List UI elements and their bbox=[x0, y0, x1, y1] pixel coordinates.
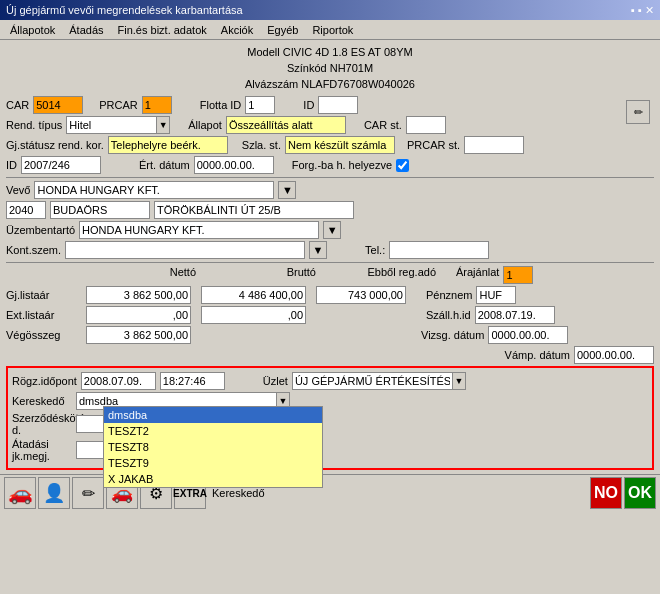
rogz-datum-input[interactable] bbox=[81, 372, 156, 390]
uzlet-combo[interactable]: ▼ bbox=[292, 372, 466, 390]
prcar-label: PRCAR bbox=[99, 99, 138, 111]
alvazszam-label: Alvázszám bbox=[245, 78, 298, 90]
szinkod-value: NH701M bbox=[330, 62, 373, 74]
reg-ado-input[interactable] bbox=[316, 286, 406, 304]
postal-code-input[interactable] bbox=[6, 201, 46, 219]
vamp-datum-label: Vámp. dátum bbox=[505, 349, 570, 361]
ert-datum-label: Ért. dátum bbox=[139, 159, 190, 171]
tel-label: Tel.: bbox=[365, 244, 385, 256]
vevo-label: Vevő bbox=[6, 184, 30, 196]
car-st-label: CAR st. bbox=[364, 119, 402, 131]
menu-allapotok[interactable]: Állapotok bbox=[4, 22, 61, 38]
szall-h-input[interactable] bbox=[475, 306, 555, 324]
menu-akciok[interactable]: Akciók bbox=[215, 22, 259, 38]
uzlet-input[interactable] bbox=[292, 372, 452, 390]
uzembentarto-dropdown-btn[interactable]: ▼ bbox=[323, 221, 341, 239]
kereskedő-footer-label: Kereskedő bbox=[208, 487, 588, 499]
car-st-input[interactable] bbox=[406, 116, 446, 134]
prcar-st-input[interactable] bbox=[464, 136, 524, 154]
allapot-input[interactable] bbox=[226, 116, 346, 134]
vegosszeg-netto-input[interactable] bbox=[86, 326, 191, 344]
city-input[interactable] bbox=[50, 201, 150, 219]
kont-szem-label: Kont.szem. bbox=[6, 244, 61, 256]
title-bar: Új gépjármű vevői megrendelések karbanta… bbox=[0, 0, 660, 20]
netto1-input[interactable] bbox=[86, 286, 191, 304]
szall-h-label: Száll.h.id bbox=[426, 309, 471, 321]
menu-riportok[interactable]: Riportok bbox=[306, 22, 359, 38]
uzlet-dropdown-btn[interactable]: ▼ bbox=[452, 372, 466, 390]
brutto2-input[interactable] bbox=[201, 306, 306, 324]
ok-button[interactable]: OK bbox=[624, 477, 656, 509]
gj-status-row: Gj.státusz rend. kor. Szla. st. PRCAR st… bbox=[6, 136, 654, 154]
bottom-section: Rögz.időpont Üzlet ▼ Kereskedő ▼ dmsdba … bbox=[6, 366, 654, 470]
arajanlat-input[interactable] bbox=[503, 266, 533, 284]
vevo-row: Vevő ▼ bbox=[6, 181, 654, 199]
gj-listaar-label: Gj.listaár bbox=[6, 289, 86, 301]
forg-checkbox[interactable] bbox=[396, 159, 409, 172]
rogz-label: Rögz.időpont bbox=[12, 375, 77, 387]
brutto1-input[interactable] bbox=[201, 286, 306, 304]
toolbar: 🚗 👤 ✏ 🚗 ⚙ EXTRA Kereskedő NO OK bbox=[0, 474, 660, 511]
rend-tipus-combo[interactable]: ▼ bbox=[66, 116, 170, 134]
netto2-input[interactable] bbox=[86, 306, 191, 324]
title-text: Új gépjármű vevői megrendelések karbanta… bbox=[6, 4, 243, 16]
kereskedő-label: Kereskedő bbox=[12, 395, 72, 407]
dropdown-item-1[interactable]: TESZT2 bbox=[104, 423, 322, 439]
dropdown-item-3[interactable]: TESZT9 bbox=[104, 455, 322, 471]
uzlet-label: Üzlet bbox=[263, 375, 288, 387]
car-icon-btn[interactable]: 🚗 bbox=[4, 477, 36, 509]
vevo-dropdown-btn[interactable]: ▼ bbox=[278, 181, 296, 199]
vevo-input[interactable] bbox=[34, 181, 274, 199]
kont-szem-input[interactable] bbox=[65, 241, 305, 259]
szla-st-input[interactable] bbox=[285, 136, 395, 154]
id-input[interactable] bbox=[318, 96, 358, 114]
rend-tipus-row: Rend. típus ▼ Állapot CAR st. bbox=[6, 116, 654, 134]
flotta-id-label: Flotta ID bbox=[200, 99, 242, 111]
dropdown-item-0[interactable]: dmsdba bbox=[104, 407, 322, 423]
vizsg-datum-label: Vizsg. dátum bbox=[421, 329, 484, 341]
person-icon-btn[interactable]: 👤 bbox=[38, 477, 70, 509]
car-input[interactable] bbox=[33, 96, 83, 114]
menu-atadas[interactable]: Átadás bbox=[63, 22, 109, 38]
id2-input[interactable] bbox=[21, 156, 101, 174]
menu-egyeb[interactable]: Egyéb bbox=[261, 22, 304, 38]
rogz-time-input[interactable] bbox=[160, 372, 225, 390]
brutto-col-header: Bruttó bbox=[206, 266, 316, 284]
netto-col-header: Nettó bbox=[86, 266, 196, 284]
edit-icon-btn[interactable]: ✏ bbox=[626, 100, 650, 124]
flotta-id-input[interactable] bbox=[245, 96, 275, 114]
address-input[interactable] bbox=[154, 201, 354, 219]
header-info: Modell CIVIC 4D 1.8 ES AT 08YM Színkód N… bbox=[6, 44, 654, 92]
menu-fin[interactable]: Fin.és bizt. adatok bbox=[112, 22, 213, 38]
kereskedő-dropdown-list[interactable]: dmsdba TESZT2 TESZT8 TESZT9 X JAKAB bbox=[103, 406, 323, 488]
rend-tipus-input[interactable] bbox=[66, 116, 156, 134]
szla-st-label: Szla. st. bbox=[242, 139, 281, 151]
modell-label: Modell bbox=[247, 46, 279, 58]
prcar-input[interactable] bbox=[142, 96, 172, 114]
modell-value: CIVIC 4D 1.8 ES AT 08YM bbox=[283, 46, 413, 58]
uzembentarto-row: Üzembentartó ▼ bbox=[6, 221, 654, 239]
dropdown-item-2[interactable]: TESZT8 bbox=[104, 439, 322, 455]
reg-ado-col-header: Ebből reg.adó bbox=[326, 266, 436, 284]
gj-status-label: Gj.státusz rend. kor. bbox=[6, 139, 104, 151]
dropdown-item-4[interactable]: X JAKAB bbox=[104, 471, 322, 487]
tel-input[interactable] bbox=[389, 241, 489, 259]
rend-tipus-dropdown-btn[interactable]: ▼ bbox=[156, 116, 170, 134]
forg-label: Forg.-ba h. helyezve bbox=[292, 159, 392, 171]
penznem-input[interactable] bbox=[476, 286, 516, 304]
uzembentarto-label: Üzembentartó bbox=[6, 224, 75, 236]
title-controls: ▪ ▪ ✕ bbox=[631, 4, 654, 17]
atadasi-label: Átadási jk.megj. bbox=[12, 438, 72, 462]
vizsg-datum-input[interactable] bbox=[488, 326, 568, 344]
ert-datum-input[interactable] bbox=[194, 156, 274, 174]
no-button[interactable]: NO bbox=[590, 477, 622, 509]
allapot-label: Állapot bbox=[188, 119, 222, 131]
prcar-st-label: PRCAR st. bbox=[407, 139, 460, 151]
uzembentarto-input[interactable] bbox=[79, 221, 319, 239]
kont-szem-row: Kont.szem. ▼ Tel.: bbox=[6, 241, 654, 259]
gj-status-input[interactable] bbox=[108, 136, 228, 154]
pencil-icon-btn[interactable]: ✏ bbox=[72, 477, 104, 509]
kont-szem-dropdown-btn[interactable]: ▼ bbox=[309, 241, 327, 259]
vamp-datum-input[interactable] bbox=[574, 346, 654, 364]
car-label: CAR bbox=[6, 99, 29, 111]
